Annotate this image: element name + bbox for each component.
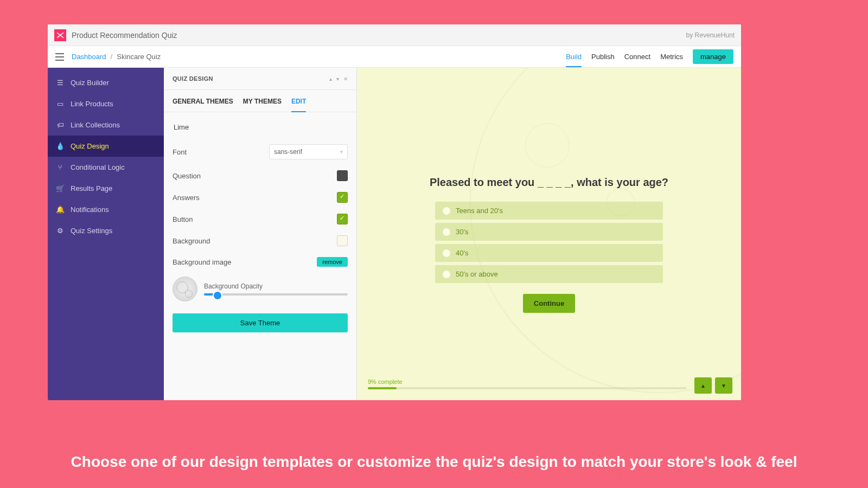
sidebar-item-notifications[interactable]: 🔔 Notifications [48,199,164,220]
progress-bar: 9% complete [368,378,687,389]
bell-icon: 🔔 [56,206,64,214]
sidebar-item-label: Conditional Logic [71,163,125,171]
sidebar-item-label: Quiz Builder [71,79,109,87]
answer-option[interactable]: 40's [435,244,663,262]
sidebar-item-link-products[interactable]: ▭ Link Products [48,93,164,114]
preview-question: Pleased to meet you _ _ _ _, what is you… [430,176,668,189]
sidebar-item-label: Quiz Settings [71,227,112,235]
background-color-label: Background [173,237,210,245]
cart-icon: 🛒 [56,185,64,192]
app-title: Product Recommendation Quiz [72,31,177,40]
nav-down-button[interactable]: ▼ [715,377,732,394]
collapse-down-icon[interactable]: ▾ [336,76,339,82]
app-logo [54,29,66,41]
breadcrumb-root[interactable]: Dashboard [72,53,106,61]
bgimage-thumbnail[interactable] [173,277,197,301]
button-color-label: Button [173,215,193,223]
sidebar-item-conditional-logic[interactable]: ⑂ Conditional Logic [48,157,164,178]
sidebar: ☰ Quiz Builder ▭ Link Products 🏷 Link Co… [48,68,164,400]
close-icon[interactable]: ✕ [343,76,348,82]
tab-publish[interactable]: Publish [591,47,615,66]
logo-icon [56,31,64,39]
breadcrumb: Dashboard / Skincare Quiz [55,53,161,61]
menu-icon[interactable] [55,53,64,61]
progress-text: 9% complete [368,378,687,385]
sidebar-item-quiz-builder[interactable]: ☰ Quiz Builder [48,72,164,93]
byline: by RevenueHunt [686,31,735,39]
answer-label: 50's or above [456,270,498,278]
answer-option[interactable]: Teens and 20's [435,202,663,220]
sidebar-item-quiz-settings[interactable]: ⚙ Quiz Settings [48,220,164,241]
preview-content: Pleased to meet you _ _ _ _, what is you… [357,68,741,313]
topbar: Product Recommendation Quiz by RevenueHu… [48,24,741,46]
question-color-swatch[interactable] [337,170,348,181]
tab-connect[interactable]: Connect [624,47,650,66]
row-answers: Answers [173,187,348,208]
chevron-down-icon: ▾ [340,149,343,155]
list-icon: ☰ [56,79,64,87]
tab-build[interactable]: Build [566,47,582,66]
answer-label: Teens and 20's [456,207,503,215]
button-color-swatch[interactable] [337,214,348,224]
package-icon: ▭ [56,100,64,108]
opacity-slider[interactable] [204,293,348,296]
marketing-caption: Choose one of our design templates or cu… [0,453,868,471]
save-theme-button[interactable]: Save Theme [173,313,348,332]
background-color-swatch[interactable] [337,235,348,246]
sidebar-item-results-page[interactable]: 🛒 Results Page [48,178,164,199]
bgimage-label: Background image [173,258,231,266]
sidebar-item-link-collections[interactable]: 🏷 Link Collections [48,114,164,136]
panel-body: Lime Font sans-serif ▾ Question Answers [164,112,356,400]
radio-icon [443,207,450,215]
row-button: Button [173,208,348,230]
nav-up-button[interactable]: ▲ [694,377,712,394]
row-bgimage: Background image remove [173,252,348,272]
sidebar-item-label: Quiz Design [71,142,109,150]
top-tabs: Build Publish Connect Metrics manage [566,47,733,66]
font-value: sans-serif [274,148,302,156]
tab-metrics[interactable]: Metrics [660,47,683,66]
row-font: Font sans-serif ▾ [173,139,348,165]
row-question: Question [173,165,348,187]
radio-icon [443,249,450,257]
dtab-general-themes[interactable]: GENERAL THEMES [173,98,233,112]
topbar-left: Product Recommendation Quiz [54,29,177,41]
panel-controls: ▴ ▾ ✕ [329,76,348,82]
theme-name: Lime [173,119,348,139]
app-frame: Product Recommendation Quiz by RevenueHu… [48,24,741,400]
font-select[interactable]: sans-serif ▾ [269,144,348,159]
answer-option[interactable]: 50's or above [435,265,663,283]
sidebar-item-label: Link Collections [71,121,120,129]
continue-button[interactable]: Continue [523,294,575,313]
opacity-label: Background Opacity [204,282,348,290]
preview-answers: Teens and 20's 30's 40's 50's or above [435,202,663,283]
collapse-up-icon[interactable]: ▴ [329,76,332,82]
answers-color-swatch[interactable] [337,192,348,203]
row-background: Background [173,230,348,252]
answers-color-label: Answers [173,194,200,202]
opacity-group: Background Opacity [204,282,348,296]
dtab-edit[interactable]: EDIT [291,98,306,112]
remove-bgimage-button[interactable]: remove [317,257,348,267]
sidebar-item-label: Results Page [71,184,112,192]
tag-icon: 🏷 [56,121,64,129]
answer-option[interactable]: 30's [435,223,663,241]
bg-opacity-row: Background Opacity [173,272,348,310]
dtab-my-themes[interactable]: MY THEMES [243,98,282,112]
sidebar-item-label: Link Products [71,100,113,108]
question-color-label: Question [173,172,201,180]
progress-track [368,387,687,389]
manage-button[interactable]: manage [693,49,733,64]
panel-title: QUIZ DESIGN [173,75,213,82]
answer-label: 40's [456,249,468,257]
panel-header: QUIZ DESIGN ▴ ▾ ✕ [164,68,356,89]
branch-icon: ⑂ [56,164,64,171]
nav-arrows: ▲ ▼ [694,377,732,394]
preview-pane: Pleased to meet you _ _ _ _, what is you… [357,68,741,400]
design-tabs: GENERAL THEMES MY THEMES EDIT [164,90,356,112]
main: ☰ Quiz Builder ▭ Link Products 🏷 Link Co… [48,68,741,400]
answer-label: 30's [456,228,468,236]
breadcrumb-sep: / [111,53,113,61]
design-panel: QUIZ DESIGN ▴ ▾ ✕ GENERAL THEMES MY THEM… [164,68,357,400]
sidebar-item-quiz-design[interactable]: 💧 Quiz Design [48,136,164,157]
